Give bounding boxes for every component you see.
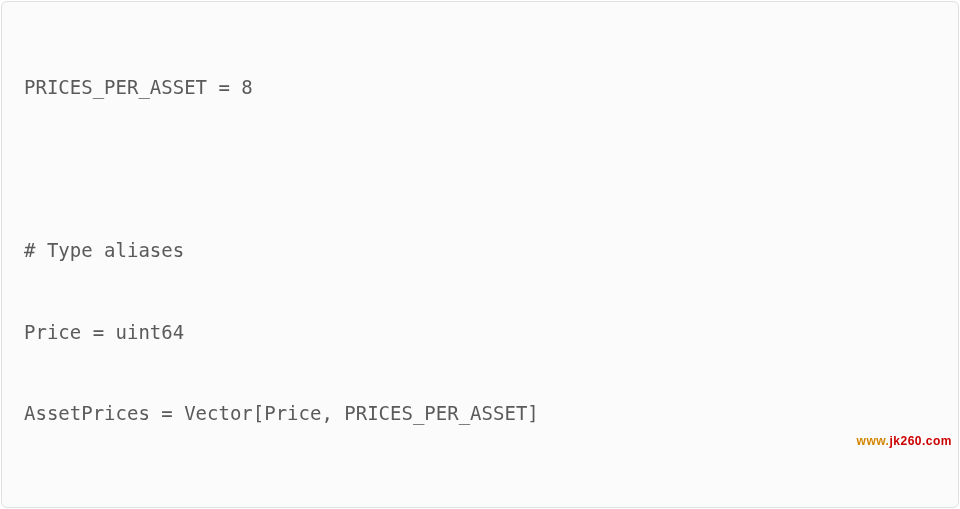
watermark-domain: jk260.com (889, 434, 952, 448)
code-block: PRICES_PER_ASSET = 8 # Type aliases Pric… (1, 1, 959, 508)
code-line: Price = uint64 (24, 312, 936, 353)
code-line (24, 148, 936, 189)
code-line (24, 475, 936, 509)
code-line: # Type aliases (24, 230, 936, 271)
watermark-prefix: www. (857, 434, 890, 448)
code-line: AssetPrices = Vector[Price, PRICES_PER_A… (24, 393, 936, 434)
code-line: PRICES_PER_ASSET = 8 (24, 67, 936, 108)
watermark: www.jk260.com (841, 381, 952, 503)
